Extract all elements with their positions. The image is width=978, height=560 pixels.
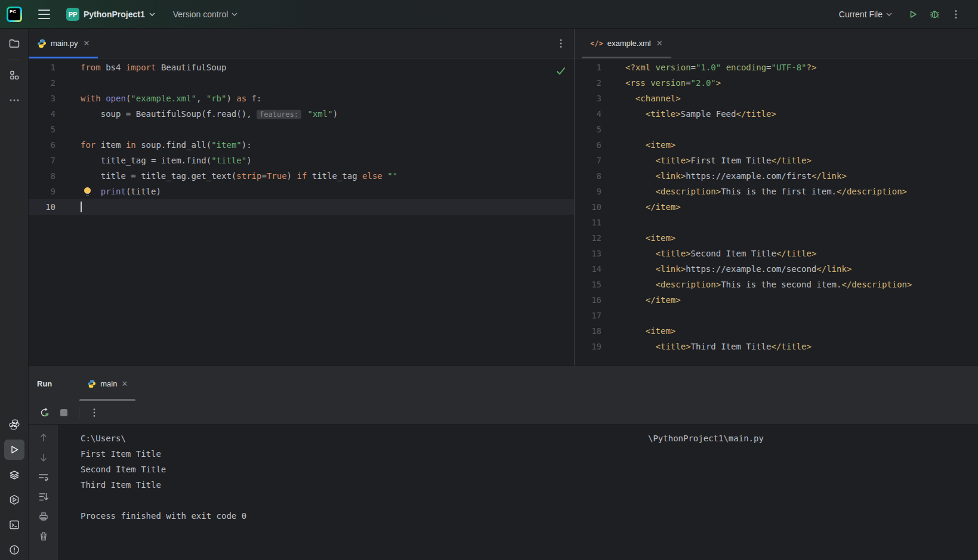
code-segment: </title> [771, 342, 811, 351]
console-output[interactable]: C:\Users\\PythonProject1\main.pyFirst It… [58, 425, 978, 560]
line-number: 5 [575, 122, 625, 137]
run-tab-main[interactable]: main ✕ [79, 366, 135, 401]
code-text [625, 122, 978, 137]
intention-bulb-icon[interactable] [84, 187, 91, 194]
editor-line: 16 </item> [575, 292, 978, 308]
line-number: 4 [575, 106, 625, 122]
code-segment [625, 249, 656, 258]
clear-all-button[interactable] [38, 530, 50, 542]
editor-line: 2<rss version="2.0"> [575, 75, 978, 91]
bug-icon [930, 9, 940, 19]
console: C:\Users\\PythonProject1\main.pyFirst It… [29, 425, 978, 560]
code-segment: </item> [646, 202, 681, 212]
printer-icon [39, 512, 48, 521]
next-occurrence-button[interactable] [38, 451, 50, 463]
editor-line: 5 [575, 122, 978, 137]
editor-line: 6 <item> [575, 137, 978, 153]
code-segment: else [362, 171, 382, 181]
more-options-button[interactable] [948, 7, 964, 22]
python-editor[interactable]: 1from bs4 import BeautifulSoup23with ope… [29, 58, 574, 366]
tab-example-xml[interactable]: </> example.xml ✕ [582, 29, 671, 58]
run-tool-button[interactable] [4, 440, 24, 460]
line-number: 3 [29, 91, 81, 106]
soft-wrap-button[interactable] [38, 471, 50, 483]
close-icon[interactable]: ✕ [656, 39, 663, 48]
console-line: Process finished with exit code 0 [81, 508, 978, 524]
code-segment: = [261, 171, 266, 181]
print-button[interactable] [38, 511, 50, 522]
version-control-widget[interactable]: Version control [173, 10, 238, 19]
code-text: <title>Third Item Title</title> [625, 339, 978, 354]
editor-options-button[interactable] [560, 29, 562, 58]
console-line: Second Item Title [81, 462, 978, 477]
editor-pane-left: main.py ✕ 1from bs4 import BeautifulSoup… [29, 29, 574, 366]
code-segment: </item> [646, 295, 681, 305]
code-segment [382, 171, 387, 181]
run-tab-label: main [100, 379, 117, 388]
code-segment: </title> [736, 109, 776, 119]
console-more-button[interactable] [88, 406, 101, 419]
editor-line: 4 <title>Sample Feed</title> [575, 106, 978, 122]
code-text: <?xml version="1.0" encoding="UTF-8"?> [625, 60, 978, 75]
terminal-tool-button[interactable] [4, 515, 24, 535]
tab-bar-left: main.py ✕ [29, 29, 574, 58]
code-segment [625, 109, 646, 119]
run-button[interactable] [905, 7, 921, 22]
line-number: 9 [29, 184, 81, 199]
code-segment: Third Item Title [691, 342, 772, 351]
code-text: title = title_tag.get_text(strip=True) i… [81, 168, 574, 184]
editor-line: 8 <link>https://example.com/first</link> [575, 168, 978, 184]
debug-button[interactable] [927, 7, 942, 22]
code-segment: = [766, 63, 771, 72]
code-segment: encoding [726, 63, 766, 72]
editor-line: 18 <item> [575, 323, 978, 339]
pycharm-logo[interactable]: PC [7, 7, 22, 22]
tab-main-py[interactable]: main.py ✕ [29, 29, 98, 58]
run-configuration-selector[interactable]: Current File [839, 10, 892, 19]
more-tool-windows-button[interactable] [4, 90, 24, 110]
code-segment: <item> [646, 233, 676, 243]
project-name: PythonProject1 [84, 10, 145, 19]
rerun-icon [39, 407, 50, 418]
editor-line: 1from bs4 import BeautifulSoup [29, 60, 574, 75]
code-segment: </description> [837, 187, 907, 196]
line-number: 5 [29, 122, 81, 137]
code-segment: <?xml [625, 63, 656, 72]
services-tool-button[interactable] [4, 465, 24, 485]
close-icon[interactable]: ✕ [84, 39, 90, 48]
python-packages-tool-button[interactable] [4, 414, 24, 435]
stop-button[interactable] [57, 406, 70, 419]
xml-editor[interactable]: 1<?xml version="1.0" encoding="UTF-8"?>2… [575, 58, 978, 366]
code-segment: </title> [776, 249, 816, 258]
soft-wrap-icon [38, 472, 48, 482]
code-segment: "xml" [307, 109, 332, 119]
code-text: <title>Second Item Title</title> [625, 246, 978, 261]
line-number: 9 [575, 184, 625, 199]
prev-occurrence-button[interactable] [38, 432, 50, 444]
project-tool-button[interactable] [4, 33, 24, 54]
close-icon[interactable]: ✕ [121, 379, 128, 388]
code-segment: <title> [656, 249, 691, 258]
rerun-button[interactable] [38, 406, 51, 419]
python-icon [87, 379, 96, 388]
inspections-ok-icon[interactable] [556, 67, 566, 75]
play-icon [908, 10, 918, 19]
code-segment [101, 94, 106, 103]
code-segment: <link> [656, 264, 686, 274]
editor-line: 8 title = title_tag.get_text(strip=True)… [29, 168, 574, 184]
python-console-tool-button[interactable] [4, 490, 24, 510]
main-menu-icon[interactable] [38, 10, 50, 19]
code-text: <item> [625, 230, 978, 246]
problems-tool-button[interactable] [4, 540, 24, 560]
editor-line: 7 <title>First Item Title</title> [575, 153, 978, 168]
code-segment: with [81, 94, 101, 103]
code-text: with open("example.xml", "rb") as f: [81, 91, 574, 106]
chevron-down-icon [886, 13, 892, 16]
project-widget[interactable]: PP PythonProject1 [66, 8, 155, 21]
scroll-to-end-button[interactable] [38, 491, 50, 503]
code-segment: version [650, 78, 686, 88]
structure-tool-button[interactable] [4, 65, 24, 85]
code-segment: print [101, 187, 126, 196]
python-icon [37, 39, 47, 48]
code-segment: True [267, 171, 287, 181]
